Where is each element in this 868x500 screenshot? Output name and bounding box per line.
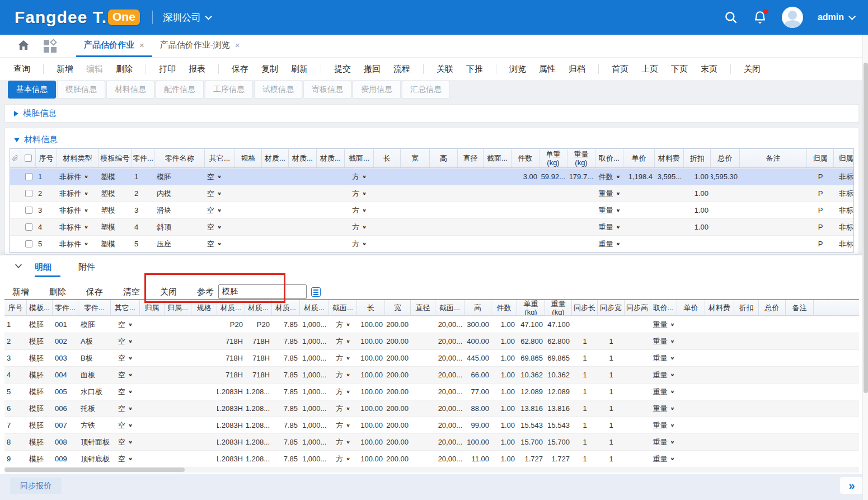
cell[interactable]: 模胚 bbox=[27, 316, 53, 333]
table-row[interactable]: 4非标件∨塑模4斜顶空∨方∨重量∨1.00P非标 bbox=[10, 218, 853, 235]
dropdown-chevron-icon[interactable]: ∨ bbox=[362, 174, 367, 179]
cell[interactable]: 非标件∨ bbox=[57, 202, 98, 218]
cell[interactable]: 空∨ bbox=[205, 219, 235, 235]
cell[interactable]: 1 bbox=[572, 434, 598, 450]
cell[interactable]: 重量∨ bbox=[650, 333, 677, 349]
cell[interactable]: 1,000... bbox=[300, 350, 329, 366]
cell[interactable]: 008 bbox=[53, 434, 78, 450]
cell[interactable] bbox=[734, 316, 759, 333]
cell[interactable] bbox=[411, 316, 435, 333]
toolbar-button[interactable]: 下推 bbox=[466, 64, 483, 74]
cell[interactable] bbox=[734, 400, 759, 417]
cell[interactable] bbox=[625, 367, 650, 383]
cell[interactable] bbox=[705, 451, 734, 467]
cell[interactable]: 5 bbox=[132, 236, 154, 252]
cell[interactable]: 7.85 bbox=[272, 434, 300, 450]
cell[interactable]: 20,00... bbox=[435, 367, 465, 383]
cell[interactable]: 1 bbox=[4, 316, 27, 333]
cell[interactable] bbox=[165, 367, 191, 383]
cell[interactable]: 1.00 bbox=[491, 384, 517, 400]
window-tab[interactable]: 产品估价作业-浏览× bbox=[152, 35, 248, 57]
toolbar-button[interactable]: 上页 bbox=[641, 64, 658, 74]
cell[interactable]: 100.00 bbox=[357, 434, 385, 450]
cell[interactable]: 重量∨ bbox=[595, 185, 623, 202]
cell[interactable]: 200.00 bbox=[385, 350, 411, 366]
dropdown-chevron-icon[interactable]: ∨ bbox=[217, 174, 222, 179]
cell[interactable]: 12.089 bbox=[545, 384, 572, 400]
cell[interactable] bbox=[235, 202, 262, 218]
cell[interactable]: 模胚 bbox=[78, 316, 111, 333]
select-all-checkbox[interactable] bbox=[21, 149, 36, 167]
cell[interactable] bbox=[539, 236, 567, 252]
cell[interactable]: 顶针底板 bbox=[78, 451, 111, 467]
cell[interactable]: 模胚 bbox=[27, 400, 53, 417]
dock-tab-detail[interactable]: 明细 bbox=[35, 262, 51, 273]
cell[interactable] bbox=[625, 400, 650, 417]
cell[interactable] bbox=[705, 333, 734, 349]
cell[interactable]: 2 bbox=[36, 185, 57, 202]
cell[interactable] bbox=[411, 333, 435, 349]
dock-toolbar-button[interactable]: 保存 bbox=[86, 287, 103, 297]
cell[interactable]: 005 bbox=[53, 384, 78, 400]
cell[interactable]: 445.00 bbox=[465, 350, 491, 366]
cell[interactable] bbox=[740, 202, 807, 218]
cell[interactable]: 重量∨ bbox=[595, 202, 623, 218]
close-icon[interactable]: × bbox=[139, 40, 144, 50]
cell[interactable] bbox=[734, 434, 759, 450]
cell[interactable]: 718H bbox=[217, 333, 245, 349]
cell[interactable]: 空∨ bbox=[205, 185, 235, 202]
cell[interactable]: P bbox=[807, 219, 834, 235]
dropdown-chevron-icon[interactable]: ∨ bbox=[128, 356, 133, 360]
cell[interactable] bbox=[140, 451, 165, 467]
toolbar-button[interactable]: 查询 bbox=[13, 64, 30, 74]
cell[interactable]: 模胚 bbox=[27, 434, 53, 450]
cell[interactable]: 1 bbox=[598, 434, 625, 450]
row-checkbox-cell[interactable] bbox=[21, 185, 36, 202]
cell[interactable]: 7 bbox=[4, 417, 27, 433]
cell[interactable] bbox=[411, 434, 435, 450]
cell[interactable]: 007 bbox=[53, 417, 78, 433]
cell[interactable] bbox=[734, 451, 759, 467]
search-icon[interactable] bbox=[724, 10, 738, 25]
cell[interactable]: 塑模 bbox=[98, 202, 132, 218]
dropdown-chevron-icon[interactable]: ∨ bbox=[616, 225, 620, 229]
cell[interactable]: 塑模 bbox=[98, 219, 132, 235]
cell[interactable]: 空∨ bbox=[111, 400, 140, 417]
cell[interactable]: 1.00 bbox=[684, 202, 711, 218]
cell[interactable] bbox=[289, 219, 317, 235]
cell[interactable]: 9 bbox=[4, 451, 27, 467]
cell[interactable] bbox=[289, 236, 317, 252]
cell[interactable]: 1.2083H bbox=[217, 400, 245, 417]
cell[interactable] bbox=[317, 236, 345, 252]
dock-toolbar-button[interactable]: 关闭 bbox=[160, 287, 177, 297]
cell[interactable] bbox=[191, 333, 217, 349]
cell[interactable]: 1.727 bbox=[517, 451, 545, 467]
cell[interactable] bbox=[140, 384, 165, 400]
cell[interactable] bbox=[165, 316, 191, 333]
cell[interactable]: 77.00 bbox=[465, 384, 491, 400]
cell[interactable]: 方∨ bbox=[329, 434, 357, 450]
cell[interactable] bbox=[705, 367, 734, 383]
cell[interactable]: 重量∨ bbox=[650, 451, 677, 467]
table-row[interactable]: 3模胚003B板空∨718H718H7.851,000...方∨100.0020… bbox=[4, 349, 859, 366]
cell[interactable] bbox=[625, 451, 650, 467]
cell[interactable] bbox=[484, 185, 512, 202]
dropdown-chevron-icon[interactable]: ∨ bbox=[84, 225, 88, 229]
cell[interactable]: 1 bbox=[598, 350, 625, 366]
cell[interactable] bbox=[401, 169, 430, 185]
cell[interactable]: 200.00 bbox=[385, 367, 411, 383]
cell[interactable] bbox=[262, 219, 289, 235]
cell[interactable]: 1.00 bbox=[491, 417, 517, 433]
cell[interactable] bbox=[401, 185, 430, 202]
dropdown-chevron-icon[interactable]: ∨ bbox=[346, 456, 350, 461]
cell[interactable] bbox=[289, 202, 317, 218]
toolbar-button[interactable]: 下页 bbox=[671, 64, 688, 74]
cell[interactable]: 6 bbox=[4, 400, 27, 417]
cell[interactable] bbox=[374, 219, 401, 235]
cell[interactable]: 水口板 bbox=[78, 384, 111, 400]
cell[interactable]: 空∨ bbox=[111, 350, 140, 366]
cell[interactable] bbox=[539, 202, 567, 218]
cell[interactable]: P20 bbox=[245, 316, 272, 333]
dock-toolbar-button[interactable]: 清空 bbox=[123, 287, 140, 297]
cell[interactable]: 200.00 bbox=[385, 417, 411, 433]
